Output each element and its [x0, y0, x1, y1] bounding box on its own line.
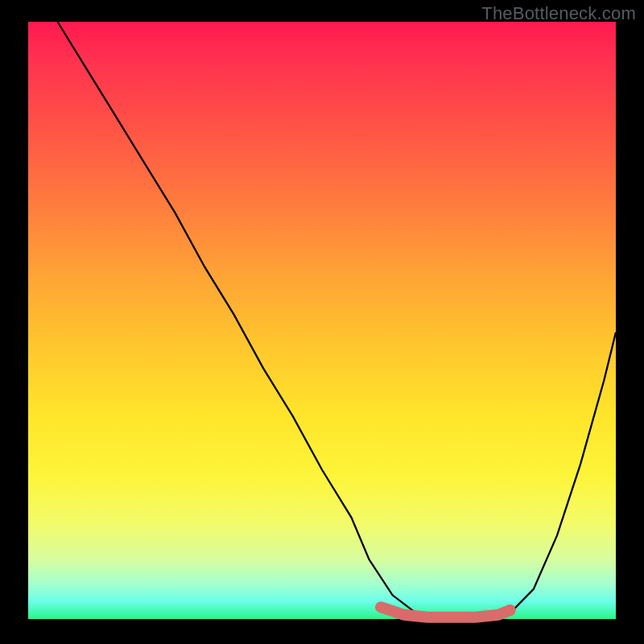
bottleneck-curve [58, 22, 617, 619]
optimal-range [381, 607, 510, 617]
watermark-text: TheBottleneck.com [481, 3, 636, 24]
plot-area [28, 22, 616, 619]
curve-layer [28, 22, 616, 619]
optimal-end-marker [505, 605, 516, 616]
chart-frame: TheBottleneck.com [0, 0, 644, 644]
